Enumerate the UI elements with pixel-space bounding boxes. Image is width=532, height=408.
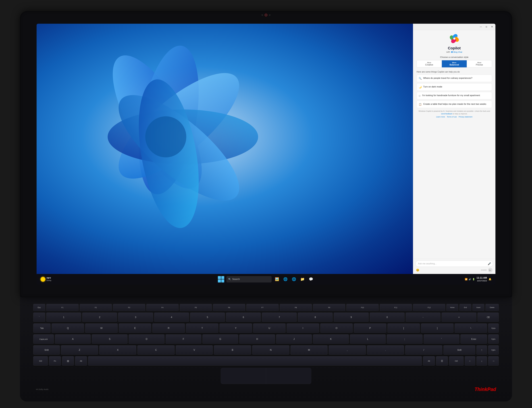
key-pgdn[interactable]: PgDn xyxy=(488,334,499,344)
key-a[interactable]: A xyxy=(55,334,91,344)
suggestion-furniture[interactable]: ◇ I'm looking for handmade furniture for… xyxy=(417,92,492,99)
taskbar-app-edge[interactable]: 🌐 xyxy=(291,276,297,282)
key-rbracket[interactable]: ] xyxy=(421,323,453,333)
key-f5[interactable]: F5 xyxy=(180,304,212,311)
key-f10[interactable]: F10 xyxy=(346,304,379,311)
key-home[interactable]: Home xyxy=(446,304,458,311)
key-y[interactable]: Y xyxy=(220,323,252,333)
restore-button[interactable]: ⊡ xyxy=(485,25,488,28)
key-period[interactable]: . xyxy=(367,345,404,355)
privacy-link[interactable]: Privacy statement xyxy=(458,116,472,118)
key-k[interactable]: K xyxy=(313,334,349,344)
key-enter[interactable]: Enter xyxy=(460,334,487,344)
key-e[interactable]: E xyxy=(119,323,151,333)
taskbar-app-mail[interactable]: 📁 xyxy=(299,276,306,282)
key-r[interactable]: R xyxy=(152,323,185,333)
key-v[interactable]: V xyxy=(176,345,213,355)
key-backtick[interactable]: ` xyxy=(33,313,45,322)
style-btn-creative[interactable]: More Creative xyxy=(417,60,442,67)
key-shift-r[interactable]: Shift xyxy=(443,345,475,355)
key-z[interactable]: Z xyxy=(61,345,98,355)
key-g[interactable]: G xyxy=(202,334,238,344)
key-down[interactable]: ↓ xyxy=(476,356,487,366)
minimize-button[interactable]: — xyxy=(479,25,483,28)
key-7[interactable]: 7 xyxy=(262,313,297,322)
key-0[interactable]: 0 xyxy=(370,313,405,322)
key-6[interactable]: 6 xyxy=(226,313,261,322)
key-u[interactable]: U xyxy=(253,323,286,333)
key-x[interactable]: X xyxy=(99,345,137,355)
key-ctrl-l[interactable]: Ctrl xyxy=(33,356,48,366)
clock-display[interactable]: 11:11 AM 10/27/2023 xyxy=(476,276,487,282)
key-up[interactable]: ↑ xyxy=(476,345,487,355)
key-l[interactable]: L xyxy=(350,334,386,344)
key-4[interactable]: 4 xyxy=(154,313,189,322)
mic-icon[interactable]: 🎤 xyxy=(488,262,491,265)
key-p[interactable]: P xyxy=(354,323,386,333)
key-f9[interactable]: F9 xyxy=(313,304,345,311)
key-alt-r[interactable]: Alt xyxy=(423,356,435,366)
trackpad[interactable] xyxy=(221,368,311,384)
key-end[interactable]: End xyxy=(459,304,471,311)
key-n[interactable]: N xyxy=(252,345,289,355)
key-minus[interactable]: - xyxy=(406,313,441,322)
key-tab[interactable]: Tab xyxy=(33,323,50,333)
key-d[interactable]: D xyxy=(129,334,164,344)
key-ctrl-r[interactable]: Ctrl xyxy=(449,356,464,366)
learn-more-link[interactable]: Learn more xyxy=(436,116,445,118)
taskbar-app-photo[interactable]: 🖼️ xyxy=(274,276,280,282)
key-backslash[interactable]: \ xyxy=(455,323,487,333)
key-w[interactable]: W xyxy=(85,323,118,333)
key-shift-l[interactable]: Shift xyxy=(33,345,60,355)
key-slash[interactable]: / xyxy=(405,345,442,355)
key-t[interactable]: T xyxy=(186,323,218,333)
key-semicolon[interactable]: ; xyxy=(387,334,423,344)
key-delete[interactable]: Delete xyxy=(485,304,499,311)
key-space[interactable] xyxy=(88,356,422,366)
key-f1[interactable]: F1 xyxy=(46,304,79,311)
send-button[interactable]: ▶ xyxy=(488,268,492,272)
key-pgdn2[interactable]: PgDn xyxy=(488,345,499,355)
style-btn-precise[interactable]: More Precise xyxy=(467,60,492,67)
key-esc[interactable]: Esc xyxy=(33,304,45,311)
send-feedback-link[interactable]: send feedback xyxy=(441,113,452,115)
key-i[interactable]: I xyxy=(286,323,319,333)
key-o[interactable]: O xyxy=(320,323,353,333)
suggestion-darkmode[interactable]: 🌙 Turn on dark mode xyxy=(417,83,492,91)
key-f7[interactable]: F7 xyxy=(246,304,279,311)
key-5[interactable]: 5 xyxy=(190,313,225,322)
key-left[interactable]: ← xyxy=(465,356,475,366)
key-s[interactable]: S xyxy=(92,334,128,344)
suggestion-culinary[interactable]: 🔍 Where do people travel for culinary ex… xyxy=(417,75,492,82)
key-b[interactable]: B xyxy=(214,345,251,355)
key-f6[interactable]: F6 xyxy=(213,304,245,311)
key-h[interactable]: H xyxy=(239,334,275,344)
key-pgup[interactable]: PgUp xyxy=(488,323,499,333)
key-f8[interactable]: F8 xyxy=(280,304,312,311)
suggestion-meals[interactable]: 📋 Create a table that helps me plan meal… xyxy=(417,101,492,108)
taskbar-app-teams[interactable]: 💬 xyxy=(308,276,314,282)
key-9[interactable]: 9 xyxy=(334,313,368,322)
key-lbracket[interactable]: [ xyxy=(387,323,420,333)
notifications-icon[interactable]: 🔔 xyxy=(489,278,491,280)
key-backspace[interactable]: ⌫ xyxy=(477,313,499,322)
key-comma[interactable]: , xyxy=(329,345,366,355)
key-f3[interactable]: F3 xyxy=(113,304,145,311)
key-3[interactable]: 3 xyxy=(118,313,153,322)
close-button[interactable]: ✕ xyxy=(490,25,494,28)
key-c[interactable]: C xyxy=(137,345,175,355)
key-right[interactable]: → xyxy=(488,356,499,366)
key-8[interactable]: 8 xyxy=(298,313,333,322)
key-q[interactable]: Q xyxy=(52,323,84,333)
key-j[interactable]: J xyxy=(276,334,312,344)
key-1[interactable]: 1 xyxy=(46,313,81,322)
key-f2[interactable]: F2 xyxy=(80,304,112,311)
key-2[interactable]: 2 xyxy=(82,313,117,322)
key-equals[interactable]: = xyxy=(442,313,476,322)
key-m[interactable]: M xyxy=(290,345,328,355)
style-btn-balanced[interactable]: More Balanced xyxy=(442,60,467,67)
key-f[interactable]: F xyxy=(166,334,201,344)
windows-start-button[interactable] xyxy=(218,276,224,282)
key-fn[interactable]: Fn xyxy=(49,356,61,366)
taskbar-app-copilot[interactable]: 🌐 xyxy=(282,276,289,282)
